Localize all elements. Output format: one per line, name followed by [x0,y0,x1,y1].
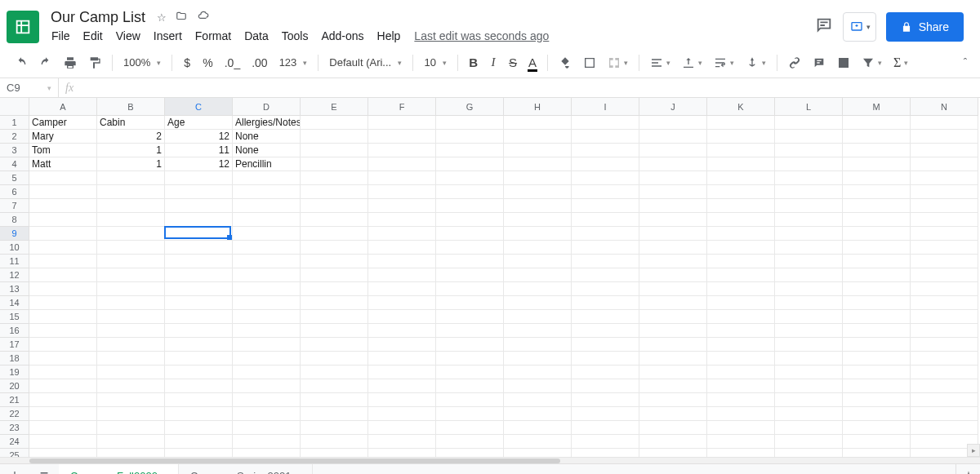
cell[interactable] [301,310,368,324]
cell[interactable] [301,144,368,157]
cell[interactable] [97,268,165,282]
cell[interactable] [911,144,978,157]
cell[interactable] [97,365,165,379]
cell[interactable] [29,449,97,457]
cell[interactable] [572,365,639,379]
cell[interactable] [436,241,504,255]
cell[interactable] [639,185,707,199]
cell[interactable] [639,282,707,296]
cell[interactable] [775,241,843,255]
cell[interactable] [436,185,504,199]
row-header[interactable]: 9 [0,227,29,241]
font-size-select[interactable]: 10 [419,52,452,73]
cell[interactable] [97,227,165,241]
cell[interactable] [29,338,97,352]
cell[interactable] [911,352,978,365]
cell[interactable] [29,393,97,407]
cell[interactable] [165,352,233,365]
row-header[interactable]: 1 [0,116,29,130]
cell[interactable] [504,338,572,352]
column-header[interactable]: C [165,98,233,116]
cell[interactable] [572,185,639,199]
cell[interactable] [301,352,368,365]
cell[interactable] [436,199,504,213]
cell[interactable] [843,241,911,255]
cell[interactable] [572,324,639,338]
cell[interactable] [368,116,436,130]
cell[interactable] [368,199,436,213]
cell[interactable] [707,449,775,457]
menu-addons[interactable]: Add-ons [315,28,369,44]
cell[interactable] [843,310,911,324]
cell[interactable] [707,213,775,227]
cell[interactable] [572,227,639,241]
cell[interactable] [368,227,436,241]
paint-format-button[interactable] [83,52,106,73]
zoom-select[interactable]: 100% [118,52,166,73]
cell[interactable] [436,296,504,310]
cell[interactable] [707,352,775,365]
cell[interactable] [572,282,639,296]
menu-view[interactable]: View [110,28,146,44]
strikethrough-button[interactable]: S [504,52,522,73]
cell[interactable] [639,407,707,421]
cell[interactable] [504,324,572,338]
cell[interactable] [911,407,978,421]
cell[interactable] [97,338,165,352]
cell[interactable] [368,171,436,185]
cell[interactable] [707,296,775,310]
cell[interactable] [572,268,639,282]
cell[interactable] [233,213,301,227]
cell[interactable] [572,352,639,365]
cell[interactable] [707,144,775,157]
row-header[interactable]: 22 [0,407,29,421]
cell[interactable] [504,144,572,157]
cell[interactable] [572,310,639,324]
cell[interactable]: Cabin [97,116,165,130]
cell[interactable] [639,338,707,352]
cell[interactable] [233,255,301,268]
cell[interactable] [97,421,165,435]
cell[interactable] [843,435,911,449]
cell[interactable] [97,213,165,227]
cell[interactable] [368,144,436,157]
cell[interactable] [368,421,436,435]
cell[interactable] [775,379,843,393]
cell[interactable] [233,268,301,282]
cell[interactable] [707,130,775,144]
cell[interactable] [911,185,978,199]
cell[interactable] [572,379,639,393]
cell[interactable] [775,324,843,338]
cell[interactable] [911,157,978,171]
share-button[interactable]: Share [886,12,964,42]
cell[interactable] [504,241,572,255]
cell[interactable] [639,241,707,255]
column-header[interactable]: B [97,98,165,116]
cell[interactable] [436,365,504,379]
cell[interactable] [301,324,368,338]
cell[interactable] [707,407,775,421]
menu-file[interactable]: File [46,28,76,44]
cell[interactable] [29,296,97,310]
cell[interactable] [911,282,978,296]
insert-link-button[interactable] [783,52,806,73]
cell[interactable] [639,421,707,435]
cell[interactable] [911,268,978,282]
cell[interactable] [165,227,233,241]
cell[interactable] [233,171,301,185]
cell[interactable] [504,255,572,268]
cell[interactable] [572,130,639,144]
cell[interactable] [165,241,233,255]
collapse-toolbar-icon[interactable]: ˆ [960,53,970,72]
cell[interactable] [911,116,978,130]
cell[interactable] [639,144,707,157]
text-color-button[interactable]: A [523,52,541,73]
column-header[interactable]: G [436,98,504,116]
cell[interactable] [29,407,97,421]
cell[interactable] [29,171,97,185]
cell[interactable] [29,282,97,296]
cell[interactable] [775,157,843,171]
cell[interactable] [368,407,436,421]
filter-button[interactable] [857,52,887,73]
menu-data[interactable]: Data [238,28,274,44]
